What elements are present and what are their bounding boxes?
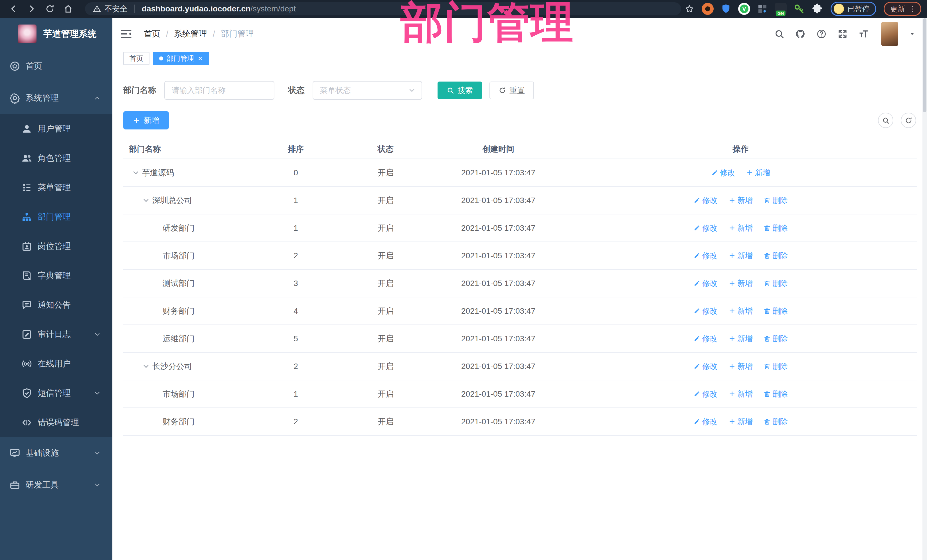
trash-action-link[interactable]: 删除	[764, 278, 788, 288]
browser-refresh-icon[interactable]	[45, 4, 55, 14]
tab-部门管理[interactable]: 部门管理	[153, 52, 209, 65]
edit-action-link[interactable]: 修改	[693, 361, 718, 372]
extension-key-icon[interactable]	[793, 3, 805, 15]
trash-action-link[interactable]: 删除	[764, 195, 788, 206]
actions-cell: 修改新增删除	[564, 250, 917, 261]
action-label: 修改	[702, 223, 718, 233]
sidebar-item-user[interactable]: 用户管理	[0, 114, 112, 143]
plus-action-link[interactable]: 新增	[728, 278, 753, 288]
sidebar-item-errcode[interactable]: 错误码管理	[0, 408, 112, 437]
org-chart-icon	[21, 211, 32, 223]
edit-action-link[interactable]: 修改	[693, 250, 718, 261]
expand-row-icon[interactable]	[142, 363, 150, 370]
toggle-search-button[interactable]	[878, 112, 894, 128]
expand-row-icon[interactable]	[132, 169, 140, 177]
plus-action-link[interactable]: 新增	[728, 250, 753, 261]
extension-orange-icon[interactable]	[702, 3, 714, 15]
sidebar-item-infra[interactable]: 基础设施	[0, 437, 112, 469]
trash-action-link[interactable]: 删除	[764, 389, 788, 399]
plus-action-link[interactable]: 新增	[728, 334, 753, 344]
chevron-up-icon	[94, 94, 101, 102]
security-warning[interactable]: 不安全	[93, 4, 128, 14]
edit-action-link[interactable]: 修改	[693, 334, 718, 344]
sidebar-item-dict[interactable]: 字典管理	[0, 261, 112, 290]
plus-action-link[interactable]: 新增	[728, 195, 753, 206]
sidebar-collapse-icon[interactable]	[120, 28, 132, 40]
edit-action-link[interactable]: 修改	[693, 278, 718, 288]
reset-button[interactable]: 重置	[489, 82, 534, 99]
edit-action-link[interactable]: 修改	[711, 168, 736, 178]
refresh-table-button[interactable]	[901, 112, 916, 128]
status-select[interactable]: 菜单状态	[313, 81, 422, 100]
edit-action-link[interactable]: 修改	[693, 223, 718, 233]
edit-action-link[interactable]: 修改	[693, 306, 718, 316]
browser-back-icon[interactable]	[9, 4, 18, 14]
plus-action-link[interactable]: 新增	[746, 168, 770, 178]
fullscreen-icon[interactable]	[837, 29, 848, 39]
plus-action-link[interactable]: 新增	[728, 223, 753, 233]
sidebar-item-audit[interactable]: 审计日志	[0, 320, 112, 349]
header-search-icon[interactable]	[774, 29, 784, 39]
column-header: 创建时间	[433, 144, 564, 155]
help-icon[interactable]	[816, 29, 827, 39]
edit-icon	[693, 390, 701, 398]
scrollbar-thumb[interactable]	[923, 18, 926, 112]
edit-action-link[interactable]: 修改	[693, 417, 718, 427]
chevron-down-icon	[408, 87, 416, 94]
search-button[interactable]: 搜索	[438, 82, 482, 99]
sidebar-item-sms[interactable]: 短信管理	[0, 378, 112, 408]
sidebar-item-online[interactable]: 在线用户	[0, 349, 112, 378]
tab-首页[interactable]: 首页	[123, 52, 149, 65]
trash-action-link[interactable]: 删除	[764, 250, 788, 261]
sidebar-item-notice[interactable]: 通知公告	[0, 290, 112, 320]
plus-action-link[interactable]: 新增	[728, 361, 753, 372]
expand-row-icon[interactable]	[142, 196, 150, 205]
extension-shield-icon[interactable]	[720, 3, 732, 15]
browser-forward-icon[interactable]	[27, 4, 36, 14]
trash-action-link[interactable]: 删除	[764, 223, 788, 233]
sidebar-logo[interactable]: 芋道管理系统	[0, 18, 112, 50]
extensions-menu-icon[interactable]	[811, 3, 823, 15]
action-label: 新增	[737, 361, 753, 372]
toolbox-icon	[9, 479, 21, 491]
sidebar-item-home[interactable]: 首页	[0, 50, 112, 82]
actions-cell: 修改新增删除	[564, 361, 917, 372]
trash-action-link[interactable]: 删除	[764, 334, 788, 344]
sidebar-item-menu[interactable]: 菜单管理	[0, 173, 112, 202]
extension-green-check-icon[interactable]: V	[738, 3, 750, 15]
sidebar-item-role[interactable]: 角色管理	[0, 143, 112, 173]
font-size-icon[interactable]	[859, 29, 869, 39]
created-time-cell: 2021-01-05 17:03:47	[433, 307, 564, 316]
plus-action-link[interactable]: 新增	[728, 417, 753, 427]
extension-grid-icon[interactable]	[757, 3, 768, 15]
sidebar-item-system[interactable]: 系统管理	[0, 82, 112, 114]
dept-name-input[interactable]	[164, 81, 274, 100]
address-bar[interactable]: 不安全 dashboard.yudao.iocoder.cn/system/de…	[85, 2, 681, 15]
browser-home-icon[interactable]	[63, 4, 73, 14]
browser-update-button[interactable]: 更新 ⋮	[884, 2, 921, 16]
badge-icon	[21, 241, 32, 252]
trash-action-link[interactable]: 删除	[764, 361, 788, 372]
sidebar-item-post[interactable]: 岗位管理	[0, 232, 112, 261]
bookmark-star-icon[interactable]	[685, 4, 694, 14]
plus-action-link[interactable]: 新增	[728, 389, 753, 399]
avatar-caret-down-icon[interactable]	[909, 30, 916, 37]
sidebar-item-tools[interactable]: 研发工具	[0, 469, 112, 501]
breadcrumb-item[interactable]: 首页	[144, 28, 160, 39]
browser-profile-chip[interactable]: 已暂停	[831, 2, 876, 16]
plus-action-link[interactable]: 新增	[728, 306, 753, 316]
sidebar-item-dept[interactable]: 部门管理	[0, 202, 112, 232]
edit-action-link[interactable]: 修改	[693, 389, 718, 399]
page-scrollbar[interactable]	[922, 18, 927, 560]
edit-action-link[interactable]: 修改	[693, 195, 718, 206]
tab-close-icon[interactable]	[198, 56, 203, 61]
user-avatar[interactable]	[881, 22, 898, 46]
add-button[interactable]: 新增	[123, 111, 169, 129]
browser-menu-icon[interactable]: ⋮	[909, 5, 916, 14]
trash-action-link[interactable]: 删除	[764, 417, 788, 427]
trash-action-link[interactable]: 删除	[764, 306, 788, 316]
actions-cell: 修改新增删除	[564, 278, 917, 288]
extension-gn-icon[interactable]: GN	[775, 3, 787, 15]
github-icon[interactable]	[795, 29, 805, 39]
breadcrumb-item[interactable]: 系统管理	[174, 28, 207, 39]
